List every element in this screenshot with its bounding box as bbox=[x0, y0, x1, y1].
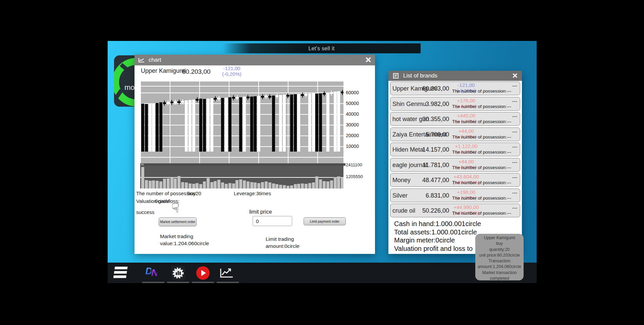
market-app-icon[interactable] bbox=[171, 266, 185, 280]
chart-scrollbar[interactable] bbox=[140, 163, 345, 166]
candle-black bbox=[170, 102, 173, 103]
candle-tall-white bbox=[149, 103, 152, 152]
candle-black bbox=[177, 101, 180, 103]
limit-price-input[interactable] bbox=[253, 216, 292, 226]
volume-axis-label: 2411100 bbox=[346, 162, 362, 167]
chart-window-close-button[interactable]: ✕ bbox=[365, 55, 372, 65]
candle-tall-white bbox=[189, 100, 192, 152]
dn-app-icon[interactable]: DN bbox=[145, 265, 157, 277]
brand-row-silver[interactable]: Silver6.831,00+198,00(+2,98%)The number … bbox=[390, 188, 520, 202]
video-app-icon[interactable] bbox=[196, 266, 210, 280]
brand-row-crude-oil[interactable]: crude oil50.226,00+44.990,00(+859,25%)Th… bbox=[390, 204, 520, 217]
stock-name: Upper Kamigumi bbox=[141, 67, 186, 74]
candle-tall-black bbox=[294, 94, 297, 152]
summary-line: Valuation profit and loss to bbox=[394, 245, 481, 253]
candle-black bbox=[261, 96, 264, 98]
candle-tall-black bbox=[272, 96, 275, 152]
brand-possession: The number of possession:--- bbox=[452, 180, 511, 185]
candle-black bbox=[232, 97, 235, 99]
brand-list-title: List of brands bbox=[403, 72, 437, 79]
toast-line: Market transaction bbox=[475, 270, 524, 276]
volume-bar bbox=[334, 177, 337, 188]
candlestick-chart[interactable] bbox=[140, 82, 343, 163]
chart-window-titlebar[interactable]: chart ✕ bbox=[135, 55, 375, 65]
market-trading-value: Market tradingvalue:1.204.060circle bbox=[160, 233, 209, 247]
brand-holding-dashes: --- bbox=[512, 129, 517, 134]
brand-price: 60.203,00 bbox=[422, 85, 449, 92]
candle-white bbox=[235, 97, 238, 99]
candle-tall-black bbox=[159, 102, 162, 152]
price-axis-label: 20000 bbox=[346, 133, 359, 138]
volume-bar bbox=[210, 182, 213, 188]
volume-bar bbox=[261, 182, 264, 188]
menu-icon[interactable] bbox=[113, 267, 128, 279]
brand-price: 6.831,00 bbox=[426, 192, 449, 199]
open-app-indicator bbox=[192, 282, 214, 283]
toast-line: Transaction bbox=[475, 258, 524, 264]
chart-app-icon[interactable] bbox=[220, 268, 234, 280]
volume-axis-label: 1205550 bbox=[346, 174, 363, 179]
brand-row-hot-water-gun[interactable]: hot water gun30.355,00+440,00(+1,47%)The… bbox=[390, 112, 520, 126]
limit-payment-order-button[interactable]: Limit payment order bbox=[304, 217, 346, 225]
hand-cursor-icon: ☟ bbox=[171, 202, 179, 214]
candle-white bbox=[275, 95, 278, 97]
brand-list-titlebar[interactable]: List of brands ✕ bbox=[388, 71, 522, 81]
market-settlement-order-button[interactable]: Market settlement order bbox=[159, 217, 197, 226]
toast-line: amount:1.204.060circle bbox=[475, 264, 524, 270]
volume-bar bbox=[323, 181, 326, 188]
brand-row-upper-kamigumi[interactable]: Upper Kamigumi60.203,00-121,00(-0,20%)Th… bbox=[390, 82, 520, 95]
toast-line: buy bbox=[475, 241, 524, 247]
brand-price: 3.982,00 bbox=[426, 101, 449, 108]
volume-bar bbox=[159, 181, 162, 188]
brand-name: Hiden Metal bbox=[392, 146, 425, 153]
brand-holding-dashes: --- bbox=[512, 205, 517, 211]
volume-bar bbox=[185, 182, 188, 188]
volume-bar bbox=[221, 182, 224, 188]
volume-bar bbox=[156, 181, 159, 188]
brand-holding-dashes: --- bbox=[512, 113, 517, 119]
volume-chart bbox=[140, 166, 343, 188]
candle-tall-white bbox=[192, 100, 195, 152]
volume-bar bbox=[196, 183, 199, 188]
brand-row-hiden-metal[interactable]: Hiden Metal14.157,00+1.122,00(+8,61%)The… bbox=[390, 143, 520, 156]
open-app-indicator bbox=[217, 282, 239, 283]
chart-scrollbar-thumb[interactable] bbox=[141, 164, 144, 165]
open-app-indicator bbox=[167, 282, 189, 283]
brand-possession: The number of possession:--- bbox=[452, 104, 511, 109]
toast-line: unit price:60.203circle bbox=[475, 253, 524, 258]
volume-bar bbox=[308, 183, 311, 188]
brand-row-shin-genmu[interactable]: Shin Genmu3.982,00+176,00(+4,62%)The num… bbox=[390, 97, 520, 111]
brand-price: 14.157,00 bbox=[422, 146, 449, 153]
candle-white bbox=[305, 94, 308, 96]
candle-tall-black bbox=[250, 97, 253, 152]
brand-change: +176,00 bbox=[447, 98, 485, 103]
candle-tall-black bbox=[141, 104, 144, 152]
volume-bar bbox=[250, 182, 253, 188]
toast-line: completed bbox=[475, 276, 524, 280]
price-axis-label: 50000 bbox=[346, 101, 359, 106]
toast-line: Upper Kamigumi bbox=[475, 235, 524, 241]
volume-bar bbox=[225, 184, 228, 188]
brand-holding-dashes: --- bbox=[512, 174, 517, 180]
candle-tall-black bbox=[199, 99, 202, 152]
candle-tall-white bbox=[326, 93, 329, 152]
candle-black bbox=[163, 102, 166, 104]
brand-possession: The number of possession:--- bbox=[452, 150, 511, 155]
volume-bar bbox=[181, 182, 184, 188]
brand-change: +44,00 bbox=[447, 159, 485, 164]
volume-bar bbox=[279, 185, 282, 188]
candle-tall-white bbox=[312, 93, 315, 152]
brand-change: +43.604,00 bbox=[447, 174, 485, 179]
brand-row-eagle-journal[interactable]: eagle journal11.781,00+44,00(+0,37%)The … bbox=[390, 158, 520, 172]
brand-list-close-button[interactable]: ✕ bbox=[512, 71, 518, 80]
limit-trading-amount: Limit tradingamount:0circle bbox=[266, 235, 300, 250]
volume-bar bbox=[247, 181, 250, 188]
valuation-overlay-value: 0circle bbox=[155, 198, 169, 204]
candle-tall-black bbox=[319, 93, 322, 152]
candle-tall-white bbox=[257, 96, 260, 152]
candle-tall-black bbox=[221, 98, 224, 152]
candle-tall-white bbox=[337, 91, 340, 152]
brand-row-money[interactable]: Money48.477,00+43.604,00(+894,81%)The nu… bbox=[390, 173, 520, 187]
volume-bar bbox=[272, 183, 275, 188]
brand-row-zaiya-entertainment[interactable]: Zaiya Entertainment5.709,00+44,00(+0,78%… bbox=[390, 127, 520, 141]
